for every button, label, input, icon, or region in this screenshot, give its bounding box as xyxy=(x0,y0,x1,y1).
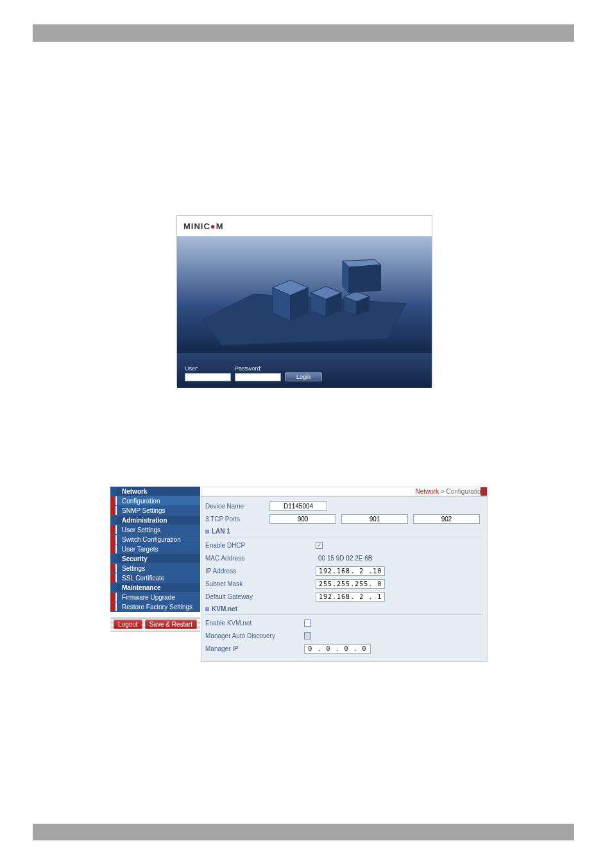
login-panel: MINIC●M User: xyxy=(176,215,432,386)
config-form: Device Name 3 TCP Ports LAN 1 Enable DHC… xyxy=(201,496,488,662)
sidebar-header-network[interactable]: Network xyxy=(110,487,200,496)
login-button[interactable]: Login xyxy=(285,372,322,381)
sidebar-header-security[interactable]: Security xyxy=(110,554,200,564)
device-name-input[interactable] xyxy=(269,501,327,511)
page-header-bar xyxy=(33,24,574,42)
lan1-section-title: LAN 1 xyxy=(205,526,483,537)
page-footer-bar xyxy=(33,824,574,840)
sidebar-buttons: Logout Save & Restart xyxy=(110,617,200,632)
mac-address-value: 00 15 9D 02 2E 6B xyxy=(316,555,373,562)
enable-dhcp-label: Enable DHCP xyxy=(205,542,310,549)
breadcrumb-root: Network xyxy=(415,488,439,495)
mac-address-label: MAC Address xyxy=(205,555,310,562)
sidebar-item-user-targets[interactable]: User Targets xyxy=(110,544,200,554)
sidebar-item-configuration[interactable]: Configuration xyxy=(110,496,200,506)
main-content: Network > Configuration Device Name 3 TC… xyxy=(201,487,488,662)
brand-logo: MINIC●M xyxy=(177,216,432,236)
sidebar-item-ssl-certificate[interactable]: SSL Certificate xyxy=(110,573,200,583)
tcp-port-1-input[interactable] xyxy=(269,514,336,524)
password-label: Password: xyxy=(235,365,281,372)
sidebar-header-maintenance[interactable]: Maintenance xyxy=(110,583,200,593)
default-gateway-label: Default Gateway xyxy=(205,593,310,600)
breadcrumb-current: Configuration xyxy=(446,488,484,495)
sidebar-item-restore-factory[interactable]: Restore Factory Settings xyxy=(110,602,200,612)
sidebar: Network Configuration SNMP Settings Admi… xyxy=(110,487,200,632)
svg-marker-12 xyxy=(349,265,381,293)
sidebar-item-snmp-settings[interactable]: SNMP Settings xyxy=(110,506,200,516)
tcp-port-3-input[interactable] xyxy=(413,514,480,524)
enable-dhcp-checkbox[interactable]: ✓ xyxy=(316,542,323,549)
default-gateway-input[interactable] xyxy=(316,592,385,602)
enable-kvmnet-label: Enable KVM.net xyxy=(205,620,299,627)
logout-button[interactable]: Logout xyxy=(114,620,142,629)
sidebar-item-switch-configuration[interactable]: Switch Configuration xyxy=(110,535,200,544)
device-name-label: Device Name xyxy=(205,503,264,510)
sidebar-item-security-settings[interactable]: Settings xyxy=(110,564,200,573)
enable-kvmnet-checkbox[interactable] xyxy=(304,620,311,627)
login-hero-image xyxy=(177,236,432,353)
subnet-mask-label: Subnet Mask xyxy=(205,580,310,587)
breadcrumb-cap xyxy=(480,487,487,496)
breadcrumb: Network > Configuration xyxy=(201,487,488,496)
save-restart-button[interactable]: Save & Restart xyxy=(145,620,197,629)
config-panel: Network Configuration SNMP Settings Admi… xyxy=(110,487,488,667)
auto-discovery-checkbox[interactable] xyxy=(304,632,311,639)
cubes-graphic-icon xyxy=(177,236,432,353)
breadcrumb-sep: > xyxy=(441,488,445,495)
tcp-port-2-input[interactable] xyxy=(341,514,408,524)
ip-address-input[interactable] xyxy=(316,566,385,576)
tcp-ports-label: 3 TCP Ports xyxy=(205,516,264,523)
login-form: User: Password: Login xyxy=(177,353,432,388)
sidebar-item-firmware-upgrade[interactable]: Firmware Upgrade xyxy=(110,593,200,602)
kvmnet-section-title: KVM.net xyxy=(205,604,483,615)
sidebar-header-administration[interactable]: Administration xyxy=(110,516,200,525)
subnet-mask-input[interactable] xyxy=(316,579,385,589)
manager-ip-input[interactable] xyxy=(304,644,371,654)
user-input[interactable] xyxy=(185,373,231,381)
manager-ip-label: Manager IP xyxy=(205,645,299,652)
user-label: User: xyxy=(185,365,231,372)
auto-discovery-label: Manager Auto Discovery xyxy=(205,632,299,639)
ip-address-label: IP Address xyxy=(205,568,310,575)
brand-prefix: MINIC xyxy=(183,221,210,231)
sidebar-item-user-settings[interactable]: User Settings xyxy=(110,525,200,535)
user-field-group: User: xyxy=(185,365,231,381)
password-field-group: Password: xyxy=(235,365,281,381)
brand-accent: ● xyxy=(210,221,216,231)
brand-suffix: M xyxy=(216,221,224,231)
password-input[interactable] xyxy=(235,373,281,381)
